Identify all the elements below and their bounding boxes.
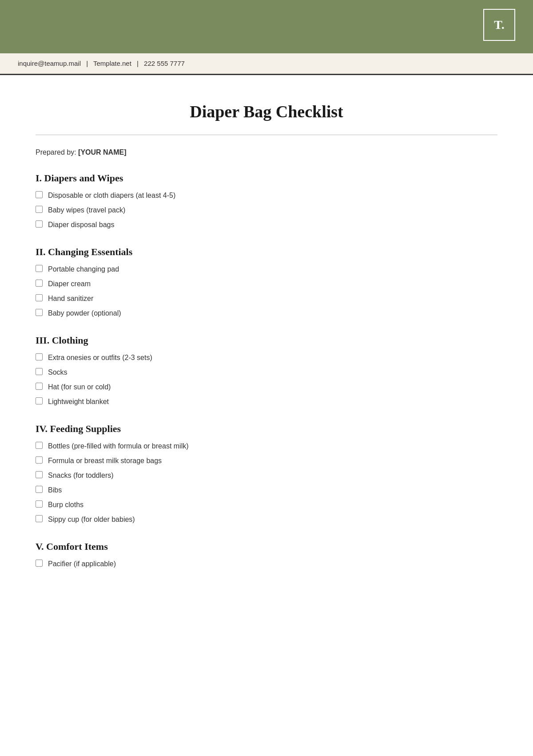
checkbox-icon[interactable] <box>36 560 43 567</box>
item-text: Diaper cream <box>48 279 91 289</box>
section-1: I. Diapers and WipesDisposable or cloth … <box>36 172 497 230</box>
sections-container: I. Diapers and WipesDisposable or cloth … <box>36 172 497 569</box>
checkbox-icon[interactable] <box>36 515 43 522</box>
item-text: Pacifier (if applicable) <box>48 559 116 569</box>
list-item[interactable]: Sippy cup (for older babies) <box>36 514 497 525</box>
list-item[interactable]: Bottles (pre-filled with formula or brea… <box>36 441 497 452</box>
item-text: Bottles (pre-filled with formula or brea… <box>48 441 189 452</box>
list-item[interactable]: Snacks (for toddlers) <box>36 470 497 481</box>
checkbox-icon[interactable] <box>36 456 43 464</box>
section-heading-3: III. Clothing <box>36 335 497 346</box>
checkbox-icon[interactable] <box>36 265 43 272</box>
item-text: Baby powder (optional) <box>48 308 121 319</box>
item-text: Formula or breast milk storage bags <box>48 456 162 466</box>
item-text: Snacks (for toddlers) <box>48 470 114 481</box>
header-banner: T. <box>0 0 533 53</box>
checkbox-icon[interactable] <box>36 294 43 301</box>
prepared-by: Prepared by: [YOUR NAME] <box>36 148 497 156</box>
contact-bar: inquire@teamup.mail | Template.net | 222… <box>0 53 533 75</box>
section-heading-1: I. Diapers and Wipes <box>36 172 497 184</box>
checkbox-icon[interactable] <box>36 471 43 478</box>
list-item[interactable]: Hat (for sun or cold) <box>36 382 497 392</box>
checkbox-icon[interactable] <box>36 442 43 449</box>
section-4: IV. Feeding SuppliesBottles (pre-filled … <box>36 423 497 525</box>
title-divider <box>36 135 497 135</box>
list-item[interactable]: Hand sanitizer <box>36 293 497 304</box>
contact-email: inquire@teamup.mail <box>18 60 81 67</box>
item-text: Socks <box>48 367 68 378</box>
item-text: Diaper disposal bags <box>48 220 114 230</box>
checkbox-icon[interactable] <box>36 280 43 287</box>
item-text: Sippy cup (for older babies) <box>48 514 135 525</box>
list-item[interactable]: Baby wipes (travel pack) <box>36 205 497 216</box>
checkbox-icon[interactable] <box>36 206 43 213</box>
checkbox-icon[interactable] <box>36 353 43 360</box>
list-item[interactable]: Socks <box>36 367 497 378</box>
item-text: Burp cloths <box>48 500 84 510</box>
checkbox-icon[interactable] <box>36 383 43 390</box>
document-title: Diaper Bag Checklist <box>36 102 497 121</box>
main-content: Diaper Bag Checklist Prepared by: [YOUR … <box>0 75 533 621</box>
item-text: Portable changing pad <box>48 264 119 275</box>
checkbox-icon[interactable] <box>36 500 43 508</box>
section-5: V. Comfort ItemsPacifier (if applicable) <box>36 541 497 569</box>
list-item[interactable]: Bibs <box>36 485 497 496</box>
item-text: Extra onesies or outfits (2-3 sets) <box>48 352 152 363</box>
separator-1: | <box>86 60 88 67</box>
item-text: Disposable or cloth diapers (at least 4-… <box>48 190 175 201</box>
separator-2: | <box>137 60 139 67</box>
section-2: II. Changing EssentialsPortable changing… <box>36 246 497 319</box>
list-item[interactable]: Lightweight blanket <box>36 396 497 407</box>
item-text: Hand sanitizer <box>48 293 93 304</box>
section-heading-4: IV. Feeding Supplies <box>36 423 497 435</box>
contact-phone: 222 555 7777 <box>144 60 185 67</box>
list-item[interactable]: Portable changing pad <box>36 264 497 275</box>
checkbox-icon[interactable] <box>36 368 43 375</box>
logo-text: T. <box>494 18 505 32</box>
item-text: Lightweight blanket <box>48 396 109 407</box>
list-item[interactable]: Diaper disposal bags <box>36 220 497 230</box>
checkbox-icon[interactable] <box>36 397 43 404</box>
list-item[interactable]: Formula or breast milk storage bags <box>36 456 497 466</box>
list-item[interactable]: Burp cloths <box>36 500 497 510</box>
list-item[interactable]: Disposable or cloth diapers (at least 4-… <box>36 190 497 201</box>
prepared-label: Prepared by: <box>36 148 76 156</box>
list-item[interactable]: Pacifier (if applicable) <box>36 559 497 569</box>
checkbox-icon[interactable] <box>36 309 43 316</box>
item-text: Hat (for sun or cold) <box>48 382 111 392</box>
list-item[interactable]: Baby powder (optional) <box>36 308 497 319</box>
section-heading-5: V. Comfort Items <box>36 541 497 552</box>
item-text: Baby wipes (travel pack) <box>48 205 125 216</box>
list-item[interactable]: Diaper cream <box>36 279 497 289</box>
section-heading-2: II. Changing Essentials <box>36 246 497 258</box>
contact-website: Template.net <box>93 60 131 67</box>
checkbox-icon[interactable] <box>36 486 43 493</box>
item-text: Bibs <box>48 485 62 496</box>
logo-box: T. <box>483 9 515 41</box>
checkbox-icon[interactable] <box>36 220 43 228</box>
list-item[interactable]: Extra onesies or outfits (2-3 sets) <box>36 352 497 363</box>
prepared-value: [YOUR NAME] <box>78 148 126 156</box>
section-3: III. ClothingExtra onesies or outfits (2… <box>36 335 497 407</box>
checkbox-icon[interactable] <box>36 191 43 198</box>
